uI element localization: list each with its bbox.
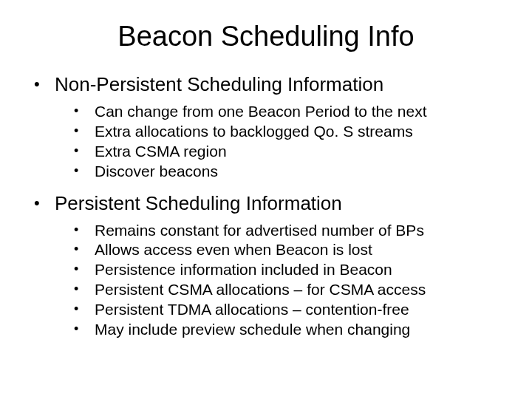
section-0: Non-Persistent Scheduling Information Ca… — [34, 73, 502, 182]
bullet-list-level1: Non-Persistent Scheduling Information Ca… — [34, 73, 502, 340]
bullet-list-level2: Remains constant for advertised number o… — [74, 221, 502, 340]
section-heading: Persistent Scheduling Information — [55, 192, 342, 214]
bullet-list-level2: Can change from one Beacon Period to the… — [74, 102, 502, 182]
list-item: Persistent TDMA allocations – contention… — [74, 300, 502, 320]
list-item: May include preview schedule when changi… — [74, 320, 502, 340]
list-item: Discover beacons — [74, 162, 502, 182]
section-heading: Non-Persistent Scheduling Information — [55, 73, 383, 95]
list-item: Can change from one Beacon Period to the… — [74, 102, 502, 122]
slide-title: Beacon Scheduling Info — [30, 21, 502, 52]
list-item: Remains constant for advertised number o… — [74, 221, 502, 241]
list-item: Extra allocations to backlogged Qo. S st… — [74, 122, 502, 142]
list-item: Persistent CSMA allocations – for CSMA a… — [74, 280, 502, 300]
list-item: Extra CSMA region — [74, 142, 502, 162]
list-item: Allows access even when Beacon is lost — [74, 240, 502, 260]
list-item: Persistence information included in Beac… — [74, 260, 502, 280]
section-1: Persistent Scheduling Information Remain… — [34, 192, 502, 340]
